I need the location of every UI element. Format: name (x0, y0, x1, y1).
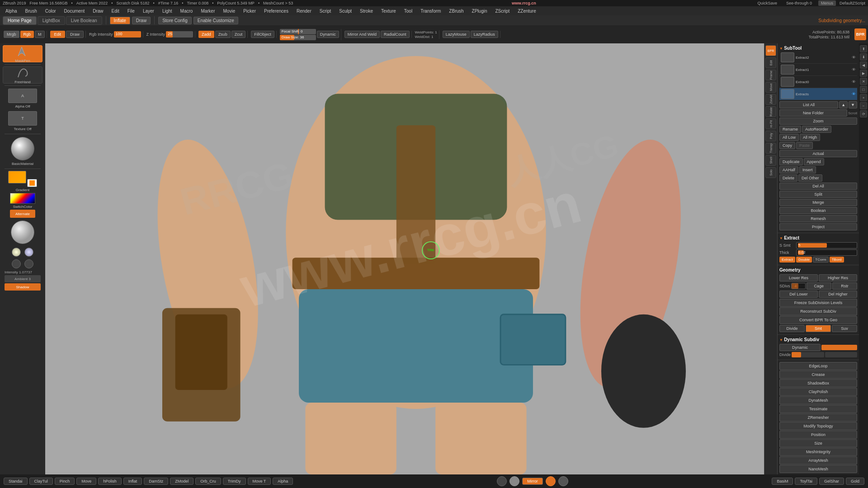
fr-icon-3[interactable]: ◀ (860, 61, 867, 69)
zoom-btn[interactable]: Zoom (779, 117, 857, 125)
edit-btn[interactable]: Edit (50, 31, 66, 38)
menu-layer[interactable]: Layer (139, 8, 158, 14)
higher-res-btn[interactable]: Higher Res (819, 274, 857, 282)
menu-file[interactable]: File (124, 8, 138, 14)
sdiv-input[interactable]: 4 (791, 283, 806, 289)
mrgb-btn[interactable]: Mrgb (4, 31, 19, 38)
store-config-btn[interactable]: Store Config (158, 17, 192, 24)
fr-icon-8[interactable]: − (860, 102, 867, 109)
actual-btn[interactable]: Actual (779, 150, 857, 157)
menu-texture[interactable]: Texture (377, 8, 400, 14)
bottom-standai[interactable]: Standai (4, 478, 28, 485)
divide-slider2[interactable] (825, 352, 858, 357)
rgb-intensity-slider[interactable]: 100 (114, 31, 141, 38)
modify-topology-btn[interactable]: Modify Topology (779, 422, 857, 430)
nav-sphere-4[interactable] (558, 476, 568, 486)
project-btn[interactable]: Project (779, 223, 857, 230)
menu-zbrush[interactable]: ZBrush (445, 8, 467, 14)
menu-sculpt[interactable]: Sculpt (335, 8, 355, 14)
menu-brush[interactable]: Brush (22, 8, 41, 14)
light-icon-3[interactable] (12, 259, 21, 268)
bottom-move[interactable]: Move (76, 478, 96, 485)
mesh-integrity-btn[interactable]: MeshIntegrity (779, 448, 857, 456)
side-transp-icon[interactable]: Transp (765, 143, 776, 154)
side-solo-icon[interactable]: Solo (765, 167, 776, 178)
fr-icon-2[interactable]: ⬇ (860, 53, 867, 61)
menu-render[interactable]: Render (293, 8, 315, 14)
thick-slider[interactable]: 0.02 (796, 249, 857, 256)
all-high-btn[interactable]: All High (800, 134, 820, 141)
edgeloop-btn[interactable]: EdgeLoop (779, 362, 857, 370)
nav-sphere-1[interactable] (497, 476, 507, 486)
remesh-btn[interactable]: Remesh (779, 215, 857, 222)
boolean-btn[interactable]: Boolean (779, 207, 857, 214)
side-poly-icon[interactable]: Poly (765, 131, 776, 141)
dynamesh-btn[interactable]: DynaMesh (779, 396, 857, 404)
alpha-off-toggle[interactable]: A Alpha Off (3, 88, 42, 109)
focal-shift-slider[interactable]: Focal Shift: 0 (280, 29, 316, 34)
subtool-eye-extract2[interactable]: 👁 (852, 55, 856, 60)
menu-zscript[interactable]: ZScript (492, 8, 514, 14)
del-other-btn[interactable]: Del Other (798, 174, 822, 182)
shadowbox-btn[interactable]: ShadowBox (779, 379, 857, 387)
side-edit-icon[interactable]: Edit (765, 57, 776, 68)
m-btn[interactable]: M (35, 31, 45, 38)
extract-title[interactable]: Extract (779, 235, 857, 241)
draw-size-slider[interactable]: Draw Size: 36 (280, 35, 316, 40)
basic-material[interactable]: BasicMaterial (3, 136, 42, 167)
fr-icon-1[interactable]: ⬆ (860, 45, 867, 52)
auto-reorder-btn[interactable]: AutoReorder (802, 126, 831, 133)
bottom-inflat[interactable]: Inflat (123, 478, 142, 485)
freehand-tool[interactable]: FreeHand (3, 66, 42, 84)
menu-movie[interactable]: Movie (220, 8, 239, 14)
subtool-extracts[interactable]: Extracts 👁 (779, 88, 857, 100)
divide-btn[interactable]: Divide (779, 325, 805, 332)
menu-transform[interactable]: Transform (417, 8, 444, 14)
tab-live-boolean[interactable]: Live Boolean (66, 16, 102, 25)
arrow-up-icon[interactable]: ▲ (839, 101, 848, 108)
ambient-button[interactable]: Ambient 3 (5, 275, 41, 282)
del-higher-btn[interactable]: Del Higher (819, 291, 857, 298)
insert-btn[interactable]: Insert (799, 166, 816, 174)
quick-save[interactable]: QuickSave (755, 1, 780, 5)
mirror-weld-btn[interactable]: Mirror And Weld (344, 31, 380, 38)
array-mesh-btn[interactable]: ArrayMesh (779, 456, 857, 465)
del-lower-btn[interactable]: Del Lower (779, 291, 818, 298)
paste-btn[interactable]: Paste (796, 142, 813, 149)
menu-edit[interactable]: Edit (108, 8, 123, 14)
menu-script[interactable]: Script (316, 8, 335, 14)
side-zooall-icon[interactable]: ZooAll (765, 94, 776, 105)
bottom-claytul[interactable]: ClayTul (29, 478, 53, 485)
lazy-mouse-btn[interactable]: LazyMouse (443, 31, 470, 38)
menu-draw[interactable]: Draw (89, 8, 107, 14)
bottom-alpha[interactable]: Alpha (273, 478, 293, 485)
texture-off-toggle[interactable]: T Texture Off (3, 110, 42, 132)
radial-count-btn[interactable]: RadialCount (381, 31, 410, 38)
dynamic-subdiv-title[interactable]: Dynamic Subdiv (779, 336, 857, 343)
side-move-icon[interactable]: Move (765, 82, 776, 93)
delete-btn[interactable]: Delete (779, 174, 797, 182)
arrow-down-icon[interactable]: ▼ (849, 101, 857, 108)
bottom-pinch[interactable]: Pinch (55, 478, 75, 485)
side-frame-icon[interactable]: Frame (765, 70, 776, 80)
rstr-btn[interactable]: Rstr (832, 282, 857, 290)
convert-bpr-btn[interactable]: Convert BPR To Geo (779, 316, 857, 324)
menu-zzenture[interactable]: ZZenture (514, 8, 540, 14)
bpr-icon[interactable]: BPR (854, 28, 866, 40)
side-bpr-icon[interactable]: BPR (765, 45, 776, 56)
merge-btn[interactable]: Merge (779, 199, 857, 206)
fr-icon-5[interactable]: ✕ (860, 78, 867, 85)
nav-sphere-2[interactable] (509, 476, 519, 486)
draw-btn[interactable]: Draw (132, 17, 151, 24)
smt-btn[interactable]: Smt (806, 325, 831, 332)
side-shell-icon[interactable]: Shell (765, 155, 776, 166)
all-low-btn[interactable]: All Low (779, 134, 799, 141)
default-zscript[interactable]: DefaultZScript (840, 1, 865, 5)
rename-btn[interactable]: Rename (779, 126, 801, 133)
del-all-btn[interactable]: Del All (779, 183, 857, 190)
bottom-damstz[interactable]: DamStz (144, 478, 168, 485)
cage-btn[interactable]: Cage (807, 282, 831, 290)
bottom-move-t[interactable]: Move T (248, 478, 271, 485)
tcorm-btn[interactable]: TCorm (813, 257, 828, 263)
menu-document[interactable]: Document (61, 8, 89, 14)
